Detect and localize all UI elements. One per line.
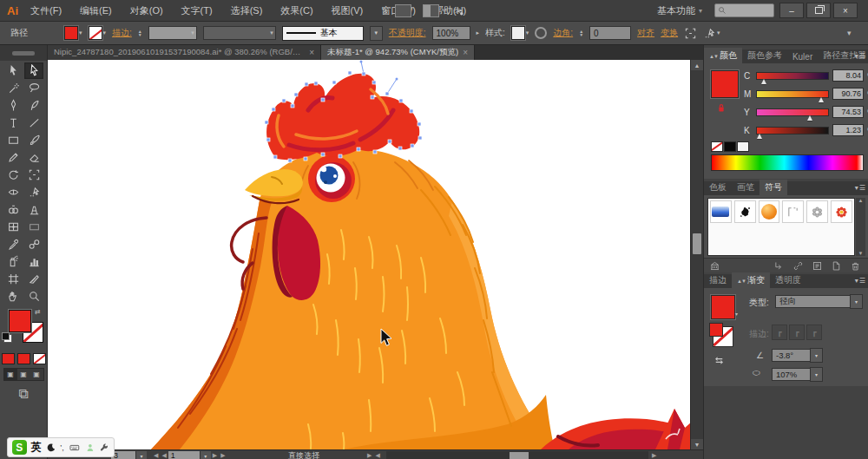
symbol-corner-frame[interactable] [782, 200, 804, 223]
ime-toolbar[interactable]: S 英 ’, [7, 437, 115, 457]
transform-link[interactable]: 变换 [661, 27, 678, 39]
black-chip[interactable] [724, 141, 736, 152]
gradient-mode-button[interactable] [17, 353, 30, 364]
corner-field[interactable]: 0 [589, 26, 631, 40]
prev-artboard-icon[interactable]: ◀ [161, 452, 166, 459]
type-tool[interactable] [3, 115, 23, 131]
panel-menu-icon[interactable]: ▾ [855, 184, 865, 192]
stroke-color-button[interactable]: ▾ [89, 26, 107, 40]
keyboard-icon[interactable] [69, 443, 81, 453]
corner-link[interactable]: 边角: [553, 27, 573, 39]
person-icon[interactable] [85, 443, 95, 453]
menu-view[interactable]: 视图(V) [332, 4, 364, 17]
opacity-link[interactable]: 不透明度: [389, 27, 426, 39]
mesh-tool[interactable] [3, 219, 23, 235]
eyedropper-tool[interactable] [3, 236, 23, 252]
perspective-grid-tool[interactable] [24, 201, 43, 218]
hand-tool[interactable] [3, 288, 23, 305]
tab-transparency[interactable]: 透明度 [770, 272, 806, 288]
black-value[interactable]: 1.23 [832, 124, 864, 136]
place-symbol-icon[interactable] [773, 260, 785, 272]
panel-menu-icon[interactable]: ▾ [847, 29, 861, 37]
symbol-red-flower[interactable] [831, 200, 852, 223]
direct-selection-tool[interactable] [24, 62, 43, 79]
column-graph-tool[interactable] [24, 253, 43, 270]
document-tab-2[interactable]: 未标题-1* @ 942.73% (CMYK/预览) × [321, 45, 475, 60]
paintbrush-tool[interactable] [24, 132, 43, 148]
fill-color-proxy[interactable] [711, 70, 739, 98]
fill-proxy[interactable] [9, 310, 31, 332]
zoom-tool[interactable] [24, 288, 43, 305]
scroll-right-icon[interactable]: ▶ [652, 452, 656, 459]
symbols-scrollbar[interactable]: ▲▼ [856, 198, 865, 256]
tools-panel-grip[interactable] [0, 45, 47, 61]
isolate-options-button[interactable]: ▾ [703, 27, 720, 40]
cyan-slider[interactable] [756, 72, 829, 80]
vertical-scrollbar[interactable]: ▲ ▼ [690, 60, 703, 449]
lasso-tool[interactable] [24, 80, 43, 96]
yellow-slider[interactable] [756, 108, 829, 116]
panel-menu-icon[interactable]: ▾ [855, 52, 865, 60]
symbol-sprayer-tool[interactable] [3, 253, 23, 270]
opacity-spinner[interactable]: ▸ [477, 30, 480, 36]
align-link[interactable]: 对齐 [637, 27, 654, 39]
fill-color-button[interactable]: ▾ [64, 26, 82, 40]
close-icon[interactable]: × [309, 48, 314, 57]
stroke-weight-stepper[interactable]: ▲▼ [138, 30, 142, 36]
draw-behind-button[interactable]: ▣ [17, 369, 30, 380]
tab-symbols[interactable]: 符号 [760, 180, 787, 195]
selection-tool[interactable] [3, 62, 23, 79]
quill-tool[interactable] [24, 97, 43, 114]
tab-brushes[interactable]: 画笔 [732, 180, 760, 195]
tab-kuler[interactable]: Kuler [787, 50, 818, 63]
tab-stroke[interactable]: 描边 [704, 272, 732, 288]
next-artboard-icon[interactable]: ▶ [213, 452, 217, 459]
free-transform-tool[interactable] [24, 167, 43, 183]
magenta-slider[interactable] [756, 90, 829, 98]
symbol-gradient-ribbon[interactable] [710, 200, 732, 223]
menu-type[interactable]: 文字(T) [181, 4, 213, 17]
sogou-logo[interactable]: S [12, 440, 27, 455]
symbol-ink-splat[interactable] [734, 200, 756, 223]
menu-object[interactable]: 对象(O) [130, 4, 163, 17]
scroll-up-icon[interactable]: ▲ [691, 60, 703, 70]
symbol-swirl-wreath[interactable] [806, 200, 828, 223]
menu-file[interactable]: 文件(F) [30, 4, 62, 17]
document-tab-1[interactable]: Nipic_24787180_20190610191537190084.ai* … [48, 45, 321, 60]
recolor-artwork-icon[interactable] [535, 27, 547, 39]
break-link-icon[interactable] [792, 260, 804, 272]
gradient-aspect-field[interactable]: 107% [772, 368, 815, 381]
artboard-tool[interactable] [3, 271, 23, 287]
scroll-down-icon[interactable]: ▼ [691, 439, 703, 449]
reverse-gradient-icon[interactable] [713, 354, 726, 367]
menu-edit[interactable]: 编辑(E) [80, 4, 112, 17]
line-segment-tool[interactable] [24, 115, 43, 131]
symbol-options-icon[interactable] [812, 260, 823, 272]
slice-tool[interactable] [24, 271, 43, 287]
arrange-documents-icon[interactable]: ▾ [423, 0, 446, 21]
gradient-type-dropdown[interactable]: ▾ [850, 294, 863, 309]
close-button[interactable]: × [833, 3, 858, 18]
aspect-dropdown[interactable]: ▾ [810, 367, 823, 382]
menu-select[interactable]: 选择(S) [231, 4, 263, 17]
menu-effect[interactable]: 效果(C) [280, 4, 312, 17]
ime-language[interactable]: 英 [31, 440, 42, 455]
first-artboard-icon[interactable]: ◀ [154, 452, 158, 459]
search-input[interactable] [714, 0, 774, 21]
tab-color-guide[interactable]: 颜色参考 [742, 48, 787, 63]
blend-tool[interactable] [24, 236, 43, 252]
width-tool[interactable] [3, 184, 23, 200]
new-symbol-icon[interactable] [831, 260, 842, 272]
rotate-tool[interactable] [3, 167, 23, 183]
default-fill-stroke-icon[interactable] [3, 334, 12, 343]
brush-definition-dropdown[interactable]: 基本 [282, 26, 364, 41]
none-chip[interactable] [711, 141, 723, 152]
gradient-angle-field[interactable]: -3.8° [772, 349, 815, 362]
horizontal-scroll-thumb[interactable] [510, 452, 529, 459]
minimize-button[interactable]: – [779, 3, 804, 18]
tab-swatches[interactable]: 色板 [704, 180, 732, 195]
shape-builder-tool[interactable] [3, 201, 23, 218]
punctuation-icon[interactable]: ’, [60, 443, 64, 452]
moon-icon[interactable] [46, 443, 56, 453]
artboard-canvas[interactable] [48, 60, 690, 449]
